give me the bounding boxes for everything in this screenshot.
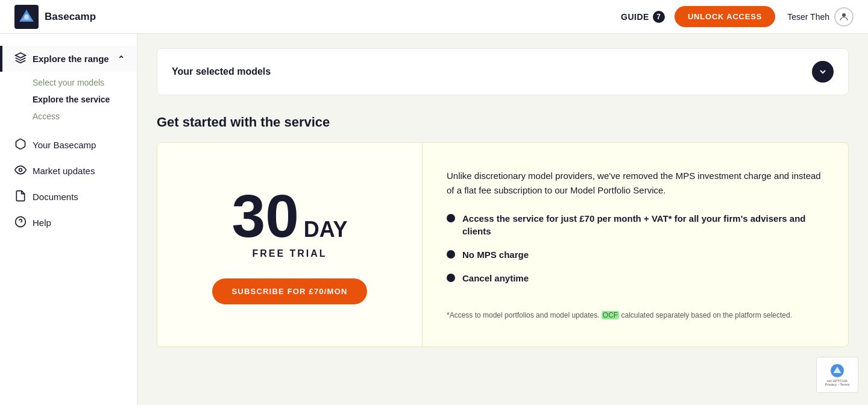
main-content: Your selected models Get started with th… (137, 34, 868, 405)
explore-range-label: Explore the range (33, 54, 109, 64)
recaptcha-text: reCAPTCHAPrivacy - Terms (825, 379, 849, 386)
eye-icon (14, 164, 27, 178)
svg-point-2 (842, 13, 846, 17)
recaptcha-badge: reCAPTCHAPrivacy - Terms (816, 357, 858, 393)
selected-models-toggle[interactable] (812, 61, 834, 83)
box-icon (14, 138, 27, 152)
info-description: Unlike discretionary model providers, we… (447, 169, 824, 198)
sidebar-section-explore: Explore the range ⌃ Select your models E… (0, 46, 137, 127)
bullet-text-3: Cancel anytime (462, 272, 529, 284)
market-updates-label: Market updates (33, 166, 95, 176)
bullet-item-1: Access the service for just £70 per mont… (447, 212, 824, 237)
sidebar-sub-menu: Select your models Explore the service A… (0, 72, 137, 127)
footnote-post: calculated separately based on the platf… (619, 311, 792, 319)
sidebar: Explore the range ⌃ Select your models E… (0, 34, 137, 405)
svg-point-1 (24, 14, 29, 19)
footnote-pre: *Access to model portfolios and model up… (447, 311, 602, 319)
trial-panel: 30 DAY FREE TRIAL SUBSCRIBE FOR £70/MON (157, 143, 423, 347)
sidebar-item-select-models[interactable]: Select your models (33, 74, 137, 91)
sidebar-item-help[interactable]: Help (0, 210, 137, 236)
bullet-item-2: No MPS charge (447, 248, 824, 261)
basecamp-label: Your Basecamp (33, 140, 96, 150)
svg-point-4 (19, 169, 22, 172)
get-started-card: 30 DAY FREE TRIAL SUBSCRIBE FOR £70/MON … (157, 142, 849, 347)
sidebar-item-market-updates[interactable]: Market updates (0, 158, 137, 184)
guide-button[interactable]: GUIDE 7 (621, 11, 665, 23)
sidebar-item-documents[interactable]: Documents (0, 184, 137, 210)
invesco-logo (14, 5, 39, 29)
trial-label: FREE TRIAL (252, 248, 327, 259)
app-title: Basecamp (45, 11, 96, 23)
svg-marker-3 (16, 53, 26, 58)
trial-number: 30 (232, 186, 299, 246)
bullet-item-3: Cancel anytime (447, 272, 824, 284)
user-menu[interactable]: Teser Theh (787, 7, 854, 27)
feature-list: Access the service for just £70 per mont… (447, 212, 824, 295)
footnote: *Access to model portfolios and model up… (447, 310, 824, 321)
sidebar-item-explore-service[interactable]: Explore the service (33, 91, 137, 108)
file-icon (14, 190, 27, 204)
selected-models-title: Your selected models (172, 66, 271, 77)
help-circle-icon (14, 216, 27, 230)
unlock-access-button[interactable]: UNLOCK ACCESS (675, 6, 775, 27)
info-panel: Unlike discretionary model providers, we… (423, 143, 848, 347)
documents-label: Documents (33, 192, 78, 202)
logo-area[interactable]: Basecamp (14, 5, 96, 29)
subscribe-button[interactable]: SUBSCRIBE FOR £70/MON (212, 278, 366, 304)
trial-number-row: 30 DAY (232, 186, 348, 246)
bullet-dot-3 (447, 274, 455, 282)
bullet-text-1: Access the service for just £70 per mont… (462, 212, 824, 237)
bullet-dot-2 (447, 250, 455, 259)
sidebar-item-basecamp[interactable]: Your Basecamp (0, 132, 137, 158)
sidebar-item-explore-range[interactable]: Explore the range ⌃ (0, 46, 137, 72)
ocf-highlight: OCF (602, 311, 619, 319)
user-avatar (834, 7, 854, 27)
top-navigation: Basecamp GUIDE 7 UNLOCK ACCESS Teser The… (0, 0, 868, 34)
trial-day: DAY (304, 217, 348, 242)
help-label: Help (33, 218, 51, 228)
main-layout: Explore the range ⌃ Select your models E… (0, 34, 868, 405)
sidebar-item-access[interactable]: Access (33, 108, 137, 125)
user-name: Teser Theh (787, 12, 829, 22)
bullet-dot-1 (447, 214, 455, 222)
selected-models-card: Your selected models (157, 48, 849, 95)
recaptcha-icon (828, 363, 846, 378)
layers-icon (14, 52, 27, 66)
guide-badge: 7 (653, 11, 665, 23)
get-started-heading: Get started with the service (157, 115, 849, 130)
chevron-up-icon: ⌃ (118, 54, 125, 64)
bullet-text-2: No MPS charge (462, 248, 529, 261)
